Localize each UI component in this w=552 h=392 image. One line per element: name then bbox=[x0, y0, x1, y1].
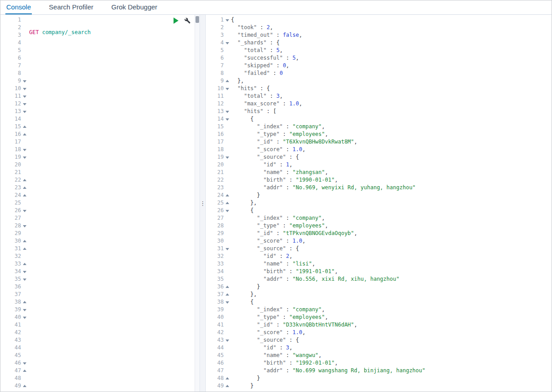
fold-close-icon[interactable] bbox=[21, 123, 27, 131]
request-code-line[interactable] bbox=[29, 278, 200, 285]
response-code-line[interactable]: "successful" : 5, bbox=[231, 54, 552, 62]
request-code-line[interactable] bbox=[29, 72, 200, 79]
fold-close-icon[interactable] bbox=[224, 199, 230, 207]
response-code-line[interactable]: "hits" : { bbox=[231, 85, 552, 92]
request-code-line[interactable] bbox=[29, 201, 200, 209]
response-code-line[interactable]: "_source" : { bbox=[231, 245, 552, 253]
response-code-line[interactable]: } bbox=[231, 382, 552, 390]
request-code-line[interactable] bbox=[29, 339, 200, 346]
response-code-line[interactable]: "_id" : "D33kvnQBbtHntVTN6dAH", bbox=[231, 321, 552, 329]
fold-close-icon[interactable] bbox=[224, 77, 230, 85]
response-code-line[interactable]: "_shards" : { bbox=[231, 39, 552, 47]
request-code-line[interactable] bbox=[29, 285, 200, 293]
fold-open-icon[interactable] bbox=[21, 92, 27, 100]
fold-open-icon[interactable] bbox=[21, 153, 27, 161]
fold-open-icon[interactable] bbox=[21, 100, 27, 108]
request-code-line[interactable] bbox=[29, 354, 200, 362]
request-code-line[interactable] bbox=[29, 125, 200, 133]
request-code-line[interactable] bbox=[29, 95, 200, 102]
request-editor[interactable]: 1234567891011121314151617181920212223242… bbox=[0, 15, 200, 392]
response-code-line[interactable]: "_index" : "company", bbox=[231, 306, 552, 314]
response-code-line[interactable]: "addr" : "No.699 wangshang Rd, binjiang,… bbox=[231, 367, 552, 375]
fold-close-icon[interactable] bbox=[21, 367, 27, 375]
response-code-line[interactable]: "hits" : [ bbox=[231, 108, 552, 115]
response-code-line[interactable]: "birth" : "1992-01-01", bbox=[231, 359, 552, 367]
response-code-line[interactable]: "failed" : 0 bbox=[231, 70, 552, 77]
response-code-line[interactable]: "name" : "zhangsan", bbox=[231, 169, 552, 176]
response-code-line[interactable]: "addr" : "No.969, wenyixi Rd, yuhang, ha… bbox=[231, 184, 552, 192]
response-code-line[interactable]: "_score" : 1.0, bbox=[231, 146, 552, 153]
request-code-line[interactable] bbox=[29, 110, 200, 118]
fold-close-icon[interactable] bbox=[224, 192, 230, 199]
fold-close-icon[interactable] bbox=[21, 298, 27, 306]
request-code-line[interactable] bbox=[29, 133, 200, 140]
fold-close-icon[interactable] bbox=[21, 184, 27, 192]
request-code-line[interactable] bbox=[29, 346, 200, 354]
request-code-line[interactable] bbox=[29, 362, 200, 369]
response-code-line[interactable]: "took" : 2, bbox=[231, 24, 552, 31]
request-code-line[interactable] bbox=[29, 217, 200, 224]
request-code-line[interactable] bbox=[29, 308, 200, 316]
fold-close-icon[interactable] bbox=[224, 283, 230, 291]
fold-open-icon[interactable] bbox=[224, 336, 230, 344]
request-code-line[interactable] bbox=[29, 293, 200, 301]
request-code-line[interactable] bbox=[29, 369, 200, 377]
request-code-line[interactable] bbox=[29, 316, 200, 323]
request-code-line[interactable] bbox=[29, 49, 200, 57]
fold-close-icon[interactable] bbox=[21, 176, 27, 184]
tab-search-profiler[interactable]: Search Profiler bbox=[48, 0, 94, 14]
request-line[interactable]: GET company/_search bbox=[29, 29, 200, 36]
request-code-line[interactable] bbox=[29, 255, 200, 262]
response-code-line[interactable]: "id" : 3, bbox=[231, 344, 552, 352]
fold-open-icon[interactable] bbox=[224, 115, 230, 123]
request-code-line[interactable] bbox=[29, 194, 200, 201]
response-code-line[interactable]: "_index" : "company", bbox=[231, 123, 552, 131]
response-code-line[interactable]: "_type" : "employees", bbox=[231, 131, 552, 138]
response-code-line[interactable]: "name" : "lisi", bbox=[231, 260, 552, 268]
response-code-line[interactable]: "_id" : "tTPkvnQBNOGEvdaOqoyb", bbox=[231, 230, 552, 237]
fold-close-icon[interactable] bbox=[21, 131, 27, 138]
request-code-line[interactable] bbox=[29, 148, 200, 156]
request-code-line[interactable] bbox=[29, 64, 200, 72]
request-code-line[interactable] bbox=[29, 270, 200, 278]
response-code-line[interactable]: }, bbox=[231, 199, 552, 207]
fold-close-icon[interactable] bbox=[224, 382, 230, 390]
fold-open-icon[interactable] bbox=[224, 39, 230, 47]
response-code-line[interactable]: "_index" : "company", bbox=[231, 214, 552, 222]
fold-open-icon[interactable] bbox=[21, 77, 27, 85]
request-code-line[interactable] bbox=[29, 140, 200, 148]
response-code-line[interactable]: { bbox=[231, 16, 552, 24]
fold-open-icon[interactable] bbox=[224, 298, 230, 306]
request-code-line[interactable] bbox=[29, 87, 200, 95]
fold-open-icon[interactable] bbox=[21, 222, 27, 230]
response-code-line[interactable]: "birth" : "1990-01-01", bbox=[231, 176, 552, 184]
fold-open-icon[interactable] bbox=[224, 108, 230, 115]
request-code-line[interactable] bbox=[29, 331, 200, 339]
response-editor[interactable]: 1234567891011121314151617181920212223242… bbox=[206, 15, 552, 392]
response-code-line[interactable]: "total" : 3, bbox=[231, 92, 552, 100]
response-code-line[interactable]: "id" : 2, bbox=[231, 253, 552, 260]
fold-open-icon[interactable] bbox=[21, 306, 27, 314]
fold-close-icon[interactable] bbox=[21, 245, 27, 253]
request-scrollbar[interactable] bbox=[195, 15, 200, 392]
response-code-line[interactable]: { bbox=[231, 298, 552, 306]
response-code-line[interactable]: "timed_out" : false, bbox=[231, 31, 552, 39]
request-code-line[interactable] bbox=[29, 384, 200, 392]
fold-open-icon[interactable] bbox=[21, 268, 27, 275]
response-code-line[interactable]: "_type" : "employees", bbox=[231, 314, 552, 321]
fold-close-icon[interactable] bbox=[224, 375, 230, 382]
request-code-line[interactable] bbox=[29, 262, 200, 270]
request-code-line[interactable] bbox=[29, 156, 200, 163]
request-code-line[interactable] bbox=[29, 377, 200, 384]
fold-open-icon[interactable] bbox=[21, 85, 27, 92]
fold-close-icon[interactable] bbox=[21, 237, 27, 245]
request-code-line[interactable] bbox=[29, 118, 200, 125]
request-code-line[interactable] bbox=[29, 179, 200, 186]
fold-open-icon[interactable] bbox=[21, 314, 27, 321]
request-code-line[interactable] bbox=[29, 186, 200, 194]
response-code-line[interactable]: "_id" : "T6XkvnQBHw8DvkRwat8M", bbox=[231, 138, 552, 146]
response-code-line[interactable]: }, bbox=[231, 77, 552, 85]
fold-open-icon[interactable] bbox=[224, 207, 230, 214]
response-code-line[interactable]: "addr" : "No.556, xixi Rd, xihu, hangzho… bbox=[231, 275, 552, 283]
request-content[interactable]: GET company/_search bbox=[27, 16, 200, 392]
